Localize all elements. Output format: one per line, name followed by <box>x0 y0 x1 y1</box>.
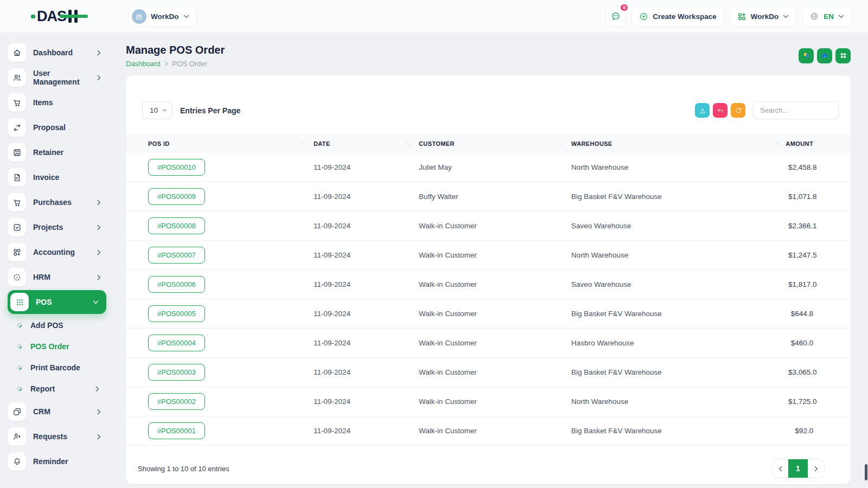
sidebar-item-retainer[interactable]: Retainer <box>8 143 115 162</box>
grid-dots-icon <box>10 293 29 311</box>
onedrive-button[interactable] <box>817 48 832 63</box>
sidebar-subitem-pos-order[interactable]: POS Order <box>17 339 115 354</box>
sidebar-item-proposal[interactable]: Proposal <box>8 118 115 137</box>
table-body: #POS00010 11-09-2024 Juliet May North Wa… <box>126 153 851 446</box>
pos-id-button[interactable]: #POS00005 <box>148 305 205 322</box>
sort-icon: ↑↓ <box>406 141 410 146</box>
order-date: 11-09-2024 <box>314 397 419 406</box>
sidebar-item-requests[interactable]: Requests <box>8 427 115 446</box>
page-title: Manage POS Order <box>126 43 225 56</box>
pagination: 1 <box>771 459 825 478</box>
sort-icon: ↑↓ <box>301 141 305 146</box>
export-button[interactable] <box>695 103 710 118</box>
invoice-document-icon <box>8 168 26 187</box>
topbar: DAS WorkDo 0 Create Workspace WorkDo EN <box>0 0 868 33</box>
order-warehouse: Big Basket F&V Warehouse <box>571 310 788 318</box>
save-icon <box>8 143 26 162</box>
google-drive-button[interactable] <box>799 48 814 63</box>
pos-id-button[interactable]: #POS00004 <box>148 335 205 351</box>
pos-id-button[interactable]: #POS00001 <box>148 422 205 439</box>
order-amount: $1,247.5 <box>788 251 851 259</box>
sidebar: Dashboard User Management Items Proposal… <box>0 33 115 488</box>
entries-per-page-value: 10 <box>150 106 158 114</box>
chevron-right-icon <box>97 409 101 415</box>
order-customer: Walk-in Customer <box>419 222 571 230</box>
order-customer: Walk-in Customer <box>419 427 571 435</box>
grid-view-button[interactable] <box>835 48 851 63</box>
table-row: #POS00008 11-09-2024 Walk-in Customer Sa… <box>126 211 851 241</box>
pagination-prev-button[interactable] <box>772 459 788 478</box>
google-drive-icon <box>802 52 810 60</box>
column-header-amount[interactable]: AMOUNT <box>788 140 851 147</box>
home-icon <box>8 43 26 62</box>
pagination-next-button[interactable] <box>808 459 824 478</box>
column-header-pos-id[interactable]: POS ID ↑↓ <box>126 140 314 147</box>
workspace-dropdown-label: WorkDo <box>751 12 779 21</box>
onedrive-cloud-icon <box>820 52 829 60</box>
breadcrumb-current: POS Order <box>173 60 207 68</box>
chevron-right-icon <box>97 434 101 440</box>
globe-icon <box>809 11 819 21</box>
pos-id-button[interactable]: #POS00002 <box>148 393 205 410</box>
plus-circle-icon <box>639 12 648 21</box>
table-footer: Showing 1 to 10 of 10 entries 1 <box>126 446 851 478</box>
order-warehouse: Big Basket F&V Warehouse <box>571 192 788 201</box>
undo-button[interactable] <box>713 103 727 118</box>
main-content: Manage POS Order Dashboard POS Order 10 <box>115 33 868 488</box>
messages-button[interactable]: 0 <box>605 6 626 27</box>
column-header-customer[interactable]: CUSTOMER ↑↓ <box>419 140 571 147</box>
order-warehouse: North Warehouse <box>571 397 788 406</box>
search-input[interactable] <box>753 101 839 119</box>
sidebar-item-accounting[interactable]: Accounting <box>8 243 115 261</box>
order-date: 11-09-2024 <box>314 368 419 376</box>
sidebar-item-purchases[interactable]: Purchases <box>8 193 115 211</box>
download-icon <box>699 107 706 114</box>
sidebar-item-user-management[interactable]: User Management <box>8 68 115 87</box>
order-date: 11-09-2024 <box>314 163 419 171</box>
bell-icon <box>8 452 26 471</box>
language-selector[interactable]: EN <box>802 6 852 27</box>
vertical-scrollbar-thumb[interactable] <box>865 464 867 480</box>
create-workspace-button[interactable]: Create Workspace <box>631 6 724 27</box>
table-row: #POS00005 11-09-2024 Walk-in Customer Bi… <box>126 299 851 329</box>
pos-id-button[interactable]: #POS00010 <box>148 159 205 176</box>
chevron-down-icon <box>93 300 99 304</box>
sidebar-item-crm[interactable]: CRM <box>8 402 115 421</box>
pos-id-button[interactable]: #POS00006 <box>148 276 205 293</box>
sidebar-subitem-report[interactable]: Report <box>17 381 115 396</box>
order-warehouse: North Warehouse <box>571 163 788 171</box>
workspace-dropdown[interactable]: WorkDo <box>730 6 797 27</box>
entries-per-page-select[interactable]: 10 <box>142 101 173 119</box>
column-header-warehouse[interactable]: WAREHOUSE ↑↓ <box>571 140 788 147</box>
dash-logo[interactable]: DAS <box>0 8 115 25</box>
column-header-date[interactable]: DATE ↑↓ <box>314 140 419 147</box>
pos-id-button[interactable]: #POS00009 <box>148 188 205 205</box>
order-amount: $3,065.0 <box>788 368 851 376</box>
hrm-orbit-icon <box>8 268 26 286</box>
workspace-selector[interactable]: WorkDo <box>128 6 197 27</box>
breadcrumb-dashboard-link[interactable]: Dashboard <box>126 60 161 68</box>
pos-id-button[interactable]: #POS00008 <box>148 217 205 234</box>
sidebar-subitem-add-pos[interactable]: Add POS <box>17 318 115 333</box>
sidebar-item-pos[interactable]: POS <box>8 290 106 314</box>
sidebar-item-invoice[interactable]: Invoice <box>8 168 115 187</box>
swap-arrows-icon <box>8 118 26 137</box>
sidebar-item-reminder[interactable]: Reminder <box>8 452 115 471</box>
pagination-page-1-button[interactable]: 1 <box>788 459 808 478</box>
chevron-right-icon <box>95 386 99 392</box>
sidebar-item-hrm[interactable]: HRM <box>8 268 115 286</box>
pos-id-button[interactable]: #POS00003 <box>148 364 205 381</box>
building-icon <box>135 12 143 21</box>
pos-id-button[interactable]: #POS00007 <box>148 247 205 264</box>
order-amount: $1,071.8 <box>788 192 851 201</box>
chat-bubble-icon <box>610 11 621 22</box>
sidebar-item-projects[interactable]: Projects <box>8 218 115 236</box>
messages-badge: 0 <box>620 3 629 12</box>
refresh-icon <box>735 107 742 114</box>
sidebar-item-dashboard[interactable]: Dashboard <box>8 43 115 62</box>
order-warehouse: Hasbro Warehouse <box>571 339 788 347</box>
refresh-button[interactable] <box>731 103 745 118</box>
sidebar-item-items[interactable]: Items <box>8 93 115 112</box>
sidebar-subitem-print-barcode[interactable]: Print Barcode <box>17 360 115 375</box>
order-customer: Walk-in Customer <box>419 339 571 347</box>
